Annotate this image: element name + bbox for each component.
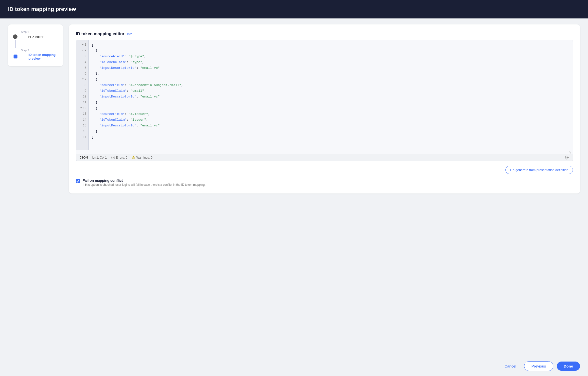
resize-handle[interactable]: ⤡ [76,150,573,154]
previous-button[interactable]: Previous [524,361,553,371]
circle-x-icon: ✕ [111,156,115,159]
content-panel: ID token mapping editor Info ▼1 ▼2 3 4 5… [69,24,580,193]
line-num-3: 3 [76,54,88,59]
code-line-9: "idTokenClaim": "email", [92,88,570,94]
editor-title: ID token mapping editor [76,31,125,36]
footer: Cancel Previous Done [0,356,588,376]
code-editor-wrapper: ▼1 ▼2 3 4 5 6 ▼7 8 9 10 11 ▼12 13 14 15 … [76,40,573,161]
editor-header: ID token mapping editor Info [76,31,573,36]
code-line-7: { [92,77,570,83]
line-num-1: ▼1 [76,42,88,48]
line-num-6: 6 [76,71,88,77]
code-line-1: [ [92,42,570,48]
warnings-indicator: ! Warnings: 0 [132,156,152,159]
bottom-controls: Re-generate from presentation definition [76,166,573,174]
code-line-8: "sourceField": "$.credentialSubject.emai… [92,83,570,88]
code-line-5: "inputDescriptorId": "email_vc" [92,65,570,71]
step2-name: ID token mapping preview [28,53,58,60]
code-line-13: "sourceField": "$.issuer", [92,111,570,117]
step1-item: Step 1 PEX editor [13,30,58,49]
line-num-8: 8 [76,83,88,88]
info-link[interactable]: Info [127,32,133,36]
line-num-7: ▼7 [76,77,88,83]
svg-text:!: ! [133,157,134,159]
regen-button[interactable]: Re-generate from presentation definition [505,166,573,174]
step2-label-small: Step 2 [21,49,58,52]
conflict-label-group: Fail on mapping conflict If this option … [83,179,206,187]
code-content[interactable]: [ { "sourceField": "$.type", "idTokenCla… [89,40,573,150]
conflict-option-row: Fail on mapping conflict If this option … [76,179,573,187]
page-title: ID token mapping preview [8,6,76,12]
header: ID token mapping preview [0,0,588,18]
code-editor[interactable]: ▼1 ▼2 3 4 5 6 ▼7 8 9 10 11 ▼12 13 14 15 … [76,40,573,150]
conflict-checkbox[interactable] [76,179,80,183]
line-num-4: 4 [76,59,88,65]
line-num-17: 17 [76,134,88,140]
warnings-label: Warnings: [136,156,150,159]
code-line-3: "sourceField": "$.type", [92,54,570,59]
svg-point-2 [566,157,568,158]
code-line-16: } [92,128,570,134]
line-num-9: 9 [76,88,88,94]
cancel-button[interactable]: Cancel [500,362,521,371]
line-num-13: 13 [76,111,88,117]
done-button[interactable]: Done [557,362,580,371]
sidebar: Step 1 PEX editor Step 2 ID token mappin… [8,24,63,66]
line-num-14: 14 [76,117,88,123]
step2-dot [13,54,18,59]
step1-name: PEX editor [28,35,43,39]
line-num-2: ▼2 [76,48,88,54]
line-num-15: 15 [76,123,88,128]
status-bar: JSON Ln 1, Col 1 ✕ Errors: 0 ! Warnings:… [76,154,573,161]
resize-indicator: ⤡ [569,150,572,153]
main-layout: Step 1 PEX editor Step 2 ID token mappin… [0,18,588,356]
warnings-count: 0 [151,156,152,159]
lang-indicator: JSON [80,156,88,159]
code-line-14: "idTokenClaim": "issuer", [92,117,570,123]
status-bar-right [564,156,569,160]
line-num-12: ▼12 [76,105,88,111]
code-line-4: "idTokenClaim": "type", [92,59,570,65]
line-num-16: 16 [76,128,88,134]
line-num-5: 5 [76,65,88,71]
step1-label-small: Step 1 [21,30,58,33]
line-num-11: 11 [76,100,88,105]
code-line-15: "inputDescriptorId": "email_vc" [92,123,570,128]
errors-label: Errors: [116,156,125,159]
code-line-6: }, [92,71,570,77]
conflict-label-desc: If this option is checked, user logins w… [83,183,206,187]
errors-indicator: ✕ Errors: 0 [111,156,128,159]
line-num-10: 10 [76,94,88,100]
step1-dot [13,34,17,39]
settings-button[interactable] [564,156,569,160]
step2-item: Step 2 ID token mapping preview [13,49,58,60]
code-line-11: }, [92,100,570,105]
warning-triangle-icon: ! [132,156,135,159]
errors-count: 0 [126,156,128,159]
gear-icon [565,156,569,160]
line-numbers: ▼1 ▼2 3 4 5 6 ▼7 8 9 10 11 ▼12 13 14 15 … [76,40,89,150]
position-indicator: Ln 1, Col 1 [92,156,107,159]
code-line-12: { [92,105,570,111]
conflict-label-title: Fail on mapping conflict [83,179,206,183]
code-line-10: "inputDescriptorId": "email_vc" [92,94,570,100]
code-line-17: ] [92,134,570,140]
code-line-2: { [92,48,570,54]
